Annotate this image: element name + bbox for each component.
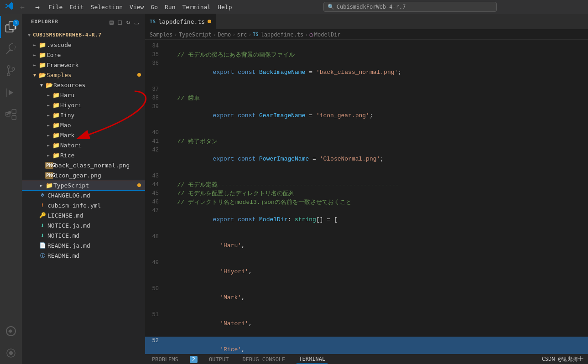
tree-item-natori[interactable]: ► 📁 Natori (22, 140, 145, 150)
tree-item-resources[interactable]: ▼ 📂 Resources (22, 80, 145, 90)
menu-file[interactable]: File (48, 4, 62, 10)
changelog-label: CHANGELOG.md (47, 192, 143, 199)
typescript-label: TypeScript (53, 182, 137, 189)
refresh-icon[interactable]: ↻ (125, 17, 131, 26)
search-box[interactable]: 🔍 CubismSdkForWeb-4-r.7 (323, 2, 497, 12)
activity-explorer[interactable]: 1 (0, 16, 22, 38)
tree-item-core[interactable]: ► 📁 Core (22, 50, 145, 60)
haru-label: Haru (60, 92, 143, 99)
line-num-39: 39 (145, 103, 168, 129)
menu-selection[interactable]: Selection (91, 4, 123, 10)
line-content-45: // モデルを配置したディレクトリ名の配列 (168, 189, 588, 198)
line-content-52: 'Rice', (168, 337, 588, 354)
tree-item-framework[interactable]: ► 📁 Framework (22, 60, 145, 70)
tree-item-hiyori[interactable]: ► 📁 Hiyori (22, 100, 145, 110)
menu-bar: File Edit Selection View Go Run Terminal… (48, 4, 232, 10)
tree-item-readme-ja[interactable]: ► 📄 README.ja.md (22, 240, 145, 250)
code-editor[interactable]: 34 35 // モデルの後ろにある背景の画像ファイル 36 export co… (145, 40, 588, 354)
bc-demo[interactable]: Demo (218, 31, 231, 38)
tree-item-vscode[interactable]: ► 📁 .vscode (22, 40, 145, 50)
tree-root[interactable]: ▼ CUBISMSDKFORWEB-4-R.7 (22, 30, 145, 40)
activity-liveshare[interactable] (0, 342, 22, 364)
panel-tab-terminal[interactable]: TERMINAL (297, 355, 328, 364)
forward-button[interactable]: → (31, 2, 44, 12)
line-num-36: 36 (145, 59, 168, 85)
samples-folder-icon: 📂 (38, 72, 47, 78)
tree-item-license[interactable]: ► 🔑 LICENSE.md (22, 210, 145, 220)
hiyori-label: Hiyori (60, 102, 143, 109)
bc-file[interactable]: lappdefine.ts (260, 31, 303, 38)
tree-item-readme[interactable]: ► ⓘ README.md (22, 250, 145, 260)
menu-edit[interactable]: Edit (69, 4, 83, 10)
mao-folder-icon: 📁 (52, 122, 60, 129)
panel-problems-badge: 2 (190, 356, 198, 363)
nav-buttons: ​ ← → (0, 1, 48, 12)
tab-ts-icon: TS (150, 19, 156, 25)
tree-item-mark[interactable]: ► 📁 Mark (22, 130, 145, 140)
line-content-38: // 歯車 (168, 94, 588, 103)
code-line-41: 41 // 終了ボタン (145, 137, 588, 146)
natori-chevron: ► (45, 143, 52, 148)
line-content-49: 'Hiyori', (168, 259, 588, 285)
tree-item-haru[interactable]: ► 📁 Haru (22, 90, 145, 100)
tab-lappdefine[interactable]: TS lappdefine.ts (145, 14, 216, 29)
hiyori-folder-icon: 📁 (52, 102, 60, 109)
mark-folder-icon: 📁 (52, 132, 60, 139)
bc-src[interactable]: src (237, 31, 247, 38)
panel-tab-output[interactable]: OUTPUT (207, 355, 231, 364)
rice-folder-icon: 📁 (52, 152, 60, 159)
sidebar-content: ▼ CUBISMSDKFORWEB-4-R.7 ► 📁 .vscode ► 📁 … (22, 30, 145, 364)
sidebar-title: EXPLORER (31, 19, 58, 25)
activity-source-control[interactable] (0, 60, 22, 82)
tree-item-changelog[interactable]: ► © CHANGELOG.md (22, 190, 145, 200)
tree-item-icon-gear[interactable]: ► PNG icon_gear.png (22, 170, 145, 180)
menu-go[interactable]: Go (151, 4, 158, 10)
tree-item-rice[interactable]: ► 📁 Rice (22, 150, 145, 160)
back-button[interactable]: ← (16, 2, 29, 12)
bc-model-icon: ◯ (310, 31, 313, 38)
activity-remote[interactable] (0, 320, 22, 342)
activity-search[interactable] (0, 38, 22, 60)
line-num-35: 35 (145, 51, 168, 59)
tree-item-typescript[interactable]: ► 📁 TypeScript (22, 180, 145, 190)
code-line-40: 40 (145, 129, 588, 137)
tree-item-samples[interactable]: ▼ 📂 Samples (22, 70, 145, 80)
rice-chevron: ► (45, 153, 52, 158)
activity-run[interactable] (0, 82, 22, 104)
line-content-50: 'Mark', (168, 285, 588, 311)
tree-item-notice[interactable]: ► ⬇ NOTICE.md (22, 230, 145, 240)
panel-tab-problems[interactable]: PROBLEMS (150, 355, 181, 364)
root-chevron: ▼ (26, 32, 33, 37)
breadcrumb: Samples › TypeScript › Demo › src › TS l… (145, 30, 588, 40)
natori-folder-icon: 📁 (52, 142, 60, 149)
tree-item-notice-ja[interactable]: ► ⬇ NOTICE.ja.md (22, 220, 145, 230)
menu-run[interactable]: Run (165, 4, 175, 10)
bc-sep4: › (248, 31, 251, 38)
bc-typescript[interactable]: TypeScript (179, 31, 212, 38)
menu-view[interactable]: View (130, 4, 144, 10)
code-line-42: 42 export const PowerImageName = 'CloseN… (145, 146, 588, 172)
sidebar: EXPLORER ▤ □ ↻ ⎵ ▼ CUBISMSDKFORWEB-4-R.7… (22, 14, 145, 364)
license-label: LICENSE.md (47, 212, 143, 219)
readme-icon: ⓘ (38, 252, 47, 259)
panel-tab-debug[interactable]: DEBUG CONSOLE (240, 355, 287, 364)
bc-modeldir[interactable]: ModelDir (314, 31, 341, 38)
line-num-49: 49 (145, 259, 168, 285)
tree-item-mao[interactable]: ► 📁 Mao (22, 120, 145, 130)
new-folder-icon[interactable]: □ (117, 17, 123, 26)
tree-item-back-class[interactable]: ► PNG back_class_normal.png (22, 160, 145, 170)
activity-extensions[interactable] (0, 104, 22, 125)
changelog-icon: © (38, 192, 47, 198)
code-line-35: 35 // モデルの後ろにある背景の画像ファイル (145, 51, 588, 59)
line-content-36: export const BackImageName = 'back_class… (168, 59, 588, 85)
new-file-icon[interactable]: ▤ (109, 17, 114, 26)
bc-samples[interactable]: Samples (150, 31, 173, 38)
menu-help[interactable]: Help (218, 4, 232, 10)
line-content-39: export const GearImageName = 'icon_gear.… (168, 103, 588, 129)
menu-terminal[interactable]: Terminal (182, 4, 211, 10)
collapse-icon[interactable]: ⎵ (134, 17, 140, 26)
code-line-45: 45 // モデルを配置したディレクトリ名の配列 (145, 189, 588, 198)
tree-item-cubism-info[interactable]: ► ! cubism-info.yml (22, 200, 145, 210)
line-content-44: // モデル定義--------------------------------… (168, 181, 588, 189)
tree-item-iiny[interactable]: ► 📁 Iiny (22, 110, 145, 120)
